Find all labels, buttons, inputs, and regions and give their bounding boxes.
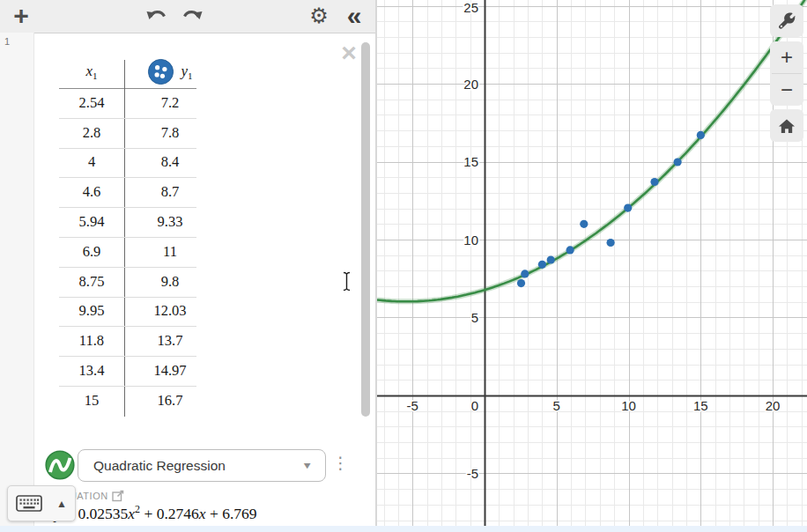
data-point[interactable]	[607, 239, 615, 247]
undo-button[interactable]	[141, 0, 173, 32]
table-cell[interactable]: 8.7	[124, 183, 216, 201]
tick-label: 20	[766, 398, 781, 413]
data-point[interactable]	[624, 204, 632, 212]
data-point[interactable]	[580, 220, 588, 228]
table-cell[interactable]: 4	[59, 153, 124, 171]
gear-icon: ⚙	[309, 4, 329, 28]
collapse-keyboard-icon: ▲	[56, 498, 67, 510]
data-point[interactable]	[650, 178, 658, 186]
table-cell[interactable]: 2.54	[59, 94, 124, 112]
table-cell[interactable]: 2.8	[59, 124, 124, 142]
regression-type-value: Quadratic Regression	[93, 450, 226, 481]
tick-label: 20	[463, 77, 478, 92]
table-row-divider	[59, 326, 196, 327]
data-point[interactable]	[674, 158, 682, 166]
table-cell[interactable]: 8.4	[124, 153, 216, 171]
tick-label: 25	[463, 0, 478, 15]
data-point[interactable]	[521, 270, 529, 277]
table-header: x1 y1	[59, 55, 216, 88]
table-row-divider	[59, 177, 196, 178]
column-header-y[interactable]: y1	[124, 58, 216, 85]
table-cell[interactable]: 7.2	[124, 94, 216, 112]
table-row: 8.759.8	[59, 267, 216, 297]
table-cell[interactable]: 9.95	[59, 302, 124, 320]
table-cell[interactable]: 15	[59, 392, 124, 410]
table-cell[interactable]: 7.8	[124, 124, 216, 142]
keyboard-toggle[interactable]: ▲	[7, 485, 76, 521]
table-row-divider	[59, 237, 196, 238]
graph-paper[interactable]: -505101520-5510152025	[377, 0, 807, 532]
table-row: 9.9512.03	[59, 297, 216, 327]
tick-label: 5	[471, 310, 478, 325]
table-cell[interactable]: 11	[124, 243, 216, 261]
table-cell[interactable]: 8.75	[59, 273, 124, 291]
data-point[interactable]	[517, 279, 525, 287]
table-cell[interactable]: 9.8	[124, 273, 216, 291]
table-cell[interactable]: 12.03	[124, 302, 216, 320]
table-cell[interactable]: 9.33	[124, 213, 216, 231]
data-point[interactable]	[697, 131, 705, 139]
panel-scrollbar[interactable]	[361, 42, 370, 417]
table-row-divider	[59, 386, 196, 387]
table-cell[interactable]: 4.6	[59, 183, 124, 201]
table-cell[interactable]: 14.97	[124, 362, 216, 380]
points-style-icon[interactable]	[147, 58, 174, 85]
data-point[interactable]	[538, 261, 546, 269]
regression-curve-icon[interactable]	[45, 450, 75, 480]
regression-options-menu-button[interactable]: ⋮	[332, 454, 349, 473]
double-chevron-left-icon: «	[347, 1, 362, 31]
settings-button[interactable]: ⚙	[304, 0, 334, 32]
tick-label: 10	[463, 233, 478, 248]
tick-label: 5	[553, 398, 560, 413]
expression-toolbar: + ⚙ «	[0, 0, 375, 33]
regression-equation: y = 0.02535x2 + 0.2746x + 6.769	[55, 503, 257, 523]
table-cell[interactable]: 13.4	[59, 362, 124, 380]
table-cell[interactable]: 6.9	[59, 243, 124, 261]
table-row: 13.414.97	[59, 356, 216, 386]
column-header-x[interactable]: x1	[59, 63, 124, 81]
table-row: 6.911	[59, 237, 216, 267]
table-row-divider	[59, 356, 196, 357]
collapse-panel-button[interactable]: «	[339, 0, 369, 37]
redo-icon	[181, 7, 204, 25]
text-cursor	[342, 271, 352, 292]
table-row: 2.87.8	[59, 118, 216, 148]
tick-label: -5	[407, 398, 418, 413]
graph-settings-button[interactable]	[770, 4, 803, 37]
table-row: 2.547.2	[59, 88, 216, 118]
table-cell[interactable]: 16.7	[124, 392, 216, 410]
table-row-divider	[59, 297, 196, 298]
table-row: 5.949.33	[59, 207, 216, 237]
table-row: 11.813.7	[59, 326, 216, 356]
zoom-in-button[interactable]: +	[770, 41, 803, 73]
default-viewport-button[interactable]	[770, 109, 803, 142]
undo-icon	[145, 7, 168, 25]
keyboard-icon	[16, 494, 42, 513]
regression-type-dropdown[interactable]: Quadratic Regression ▼	[78, 449, 326, 482]
data-table: x1 y1 2.547.22.87.848.44.68.75.949.336.9…	[59, 55, 216, 416]
expression-index: 1	[4, 36, 10, 47]
data-point[interactable]	[547, 255, 555, 263]
tick-label: 15	[463, 154, 478, 169]
zoom-control-group: + −	[770, 41, 803, 106]
table-header-rule	[59, 88, 196, 89]
copy-equation-icon[interactable]	[112, 490, 124, 502]
add-expression-button[interactable]: +	[5, 0, 37, 32]
desmos-calculator: -505101520-5510152025 + ⚙	[0, 0, 807, 532]
table-row-divider	[59, 148, 196, 149]
wrench-icon	[779, 12, 796, 29]
table-body: 2.547.22.87.848.44.68.75.949.336.9118.75…	[59, 88, 216, 416]
minor-gridlines	[377, 0, 807, 532]
data-point[interactable]	[566, 246, 574, 254]
home-icon	[778, 118, 796, 134]
table-row: 1516.7	[59, 386, 216, 416]
zoom-out-button[interactable]: −	[770, 74, 803, 106]
tick-label: 0	[471, 398, 478, 413]
delete-expression-button[interactable]: ×	[336, 41, 362, 67]
table-cell[interactable]: 5.94	[59, 213, 124, 231]
tick-label: -5	[467, 466, 478, 481]
redo-button[interactable]	[176, 0, 208, 32]
chevron-down-icon: ▼	[301, 454, 313, 478]
table-cell[interactable]: 11.8	[59, 332, 124, 350]
table-cell[interactable]: 13.7	[124, 332, 216, 350]
